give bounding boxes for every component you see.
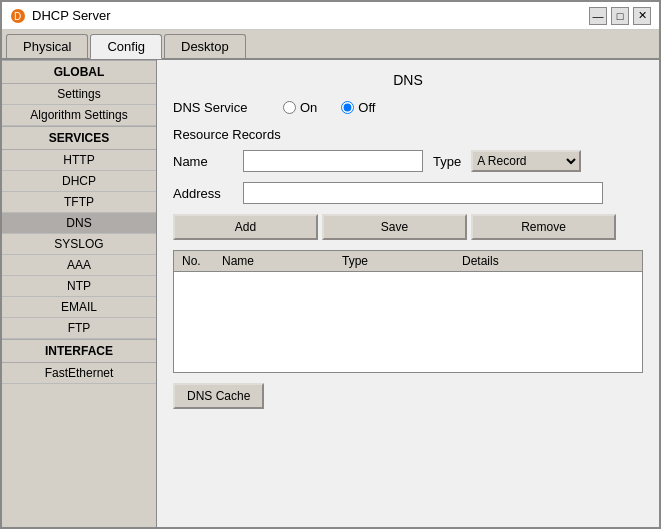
name-input[interactable] <box>243 150 423 172</box>
address-row: Address <box>173 182 643 204</box>
sidebar-item-ntp[interactable]: NTP <box>2 276 156 297</box>
window-title: DHCP Server <box>32 8 111 23</box>
sidebar-section-interface: INTERFACE <box>2 339 156 363</box>
close-button[interactable]: ✕ <box>633 7 651 25</box>
minimize-button[interactable]: — <box>589 7 607 25</box>
sidebar-item-syslog[interactable]: SYSLOG <box>2 234 156 255</box>
type-dropdown[interactable]: A Record CNAME MX Record NS Record <box>471 150 581 172</box>
sidebar-item-http[interactable]: HTTP <box>2 150 156 171</box>
tab-bar: Physical Config Desktop <box>2 30 659 60</box>
sidebar-item-aaa[interactable]: AAA <box>2 255 156 276</box>
name-label: Name <box>173 154 233 169</box>
col-header-name: Name <box>214 254 334 268</box>
resource-records-header: Resource Records <box>173 127 643 142</box>
type-select-container: A Record CNAME MX Record NS Record <box>471 150 581 172</box>
radio-on[interactable] <box>283 101 296 114</box>
sidebar-item-email[interactable]: EMAIL <box>2 297 156 318</box>
sidebar: GLOBAL Settings Algorithm Settings SERVI… <box>2 60 157 527</box>
maximize-button[interactable]: □ <box>611 7 629 25</box>
name-type-row: Name Type A Record CNAME MX Record NS Re… <box>173 150 643 172</box>
content-area: DNS DNS Service On Off Resource Records <box>157 60 659 527</box>
type-label: Type <box>433 154 461 169</box>
address-input[interactable] <box>243 182 603 204</box>
dns-cache-button[interactable]: DNS Cache <box>173 383 264 409</box>
sidebar-item-algorithm-settings[interactable]: Algorithm Settings <box>2 105 156 126</box>
dns-service-row: DNS Service On Off <box>173 100 643 115</box>
add-button[interactable]: Add <box>173 214 318 240</box>
sidebar-item-dhcp[interactable]: DHCP <box>2 171 156 192</box>
title-bar: D DHCP Server — □ ✕ <box>2 2 659 30</box>
sidebar-item-tftp[interactable]: TFTP <box>2 192 156 213</box>
sidebar-section-global: GLOBAL <box>2 60 156 84</box>
tab-desktop[interactable]: Desktop <box>164 34 246 58</box>
dns-service-label: DNS Service <box>173 100 263 115</box>
main-content: GLOBAL Settings Algorithm Settings SERVI… <box>2 60 659 527</box>
tab-config[interactable]: Config <box>90 34 162 59</box>
sidebar-section-services: SERVICES <box>2 126 156 150</box>
main-window: D DHCP Server — □ ✕ Physical Config Desk… <box>0 0 661 529</box>
radio-off[interactable] <box>341 101 354 114</box>
address-label: Address <box>173 186 233 201</box>
buttons-row: Add Save Remove <box>173 214 643 240</box>
app-icon: D <box>10 8 26 24</box>
col-header-no: No. <box>174 254 214 268</box>
save-button[interactable]: Save <box>322 214 467 240</box>
tab-physical[interactable]: Physical <box>6 34 88 58</box>
radio-group: On Off <box>283 100 375 115</box>
window-controls: — □ ✕ <box>589 7 651 25</box>
col-header-type: Type <box>334 254 454 268</box>
title-bar-left: D DHCP Server <box>10 8 111 24</box>
table-header: No. Name Type Details <box>174 251 642 272</box>
section-title: DNS <box>173 72 643 88</box>
remove-button[interactable]: Remove <box>471 214 616 240</box>
col-header-details: Details <box>454 254 642 268</box>
sidebar-item-ftp[interactable]: FTP <box>2 318 156 339</box>
svg-text:D: D <box>14 11 21 22</box>
radio-on-label[interactable]: On <box>283 100 317 115</box>
sidebar-item-fastethernet[interactable]: FastEthernet <box>2 363 156 384</box>
sidebar-item-settings[interactable]: Settings <box>2 84 156 105</box>
table-body <box>174 272 642 372</box>
sidebar-item-dns[interactable]: DNS <box>2 213 156 234</box>
records-table: No. Name Type Details <box>173 250 643 373</box>
radio-off-label[interactable]: Off <box>341 100 375 115</box>
